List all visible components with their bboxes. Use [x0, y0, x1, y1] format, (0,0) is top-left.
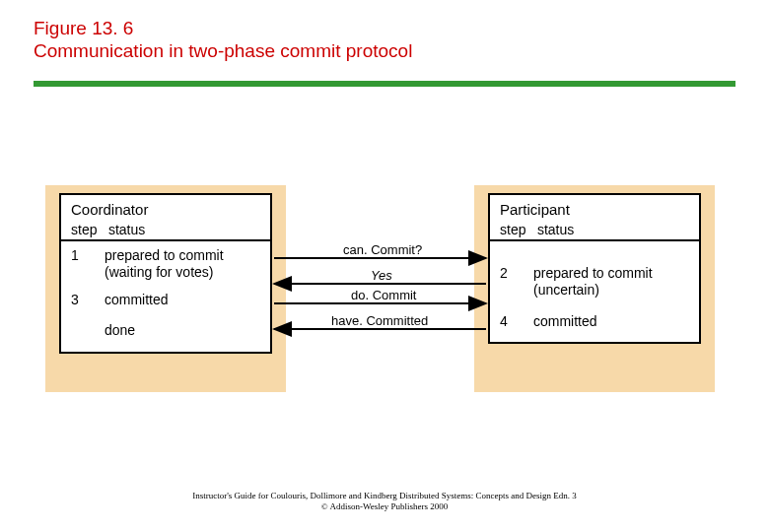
- coordinator-card: Coordinator step status 1 prepared to co…: [59, 193, 272, 354]
- slide-footer: Instructor's Guide for Coulouris, Dollim…: [0, 491, 769, 512]
- col-status: status: [537, 222, 574, 237]
- col-status: status: [108, 222, 145, 237]
- step-cell: 2: [500, 265, 533, 299]
- status-cell: committed: [533, 313, 689, 331]
- participant-card: Participant step status 2 prepared to co…: [488, 193, 701, 345]
- coordinator-title: Coordinator: [71, 201, 260, 218]
- figure-title: Communication in two-phase commit protoc…: [34, 40, 735, 63]
- step-cell: 3: [71, 292, 105, 309]
- msg-yes: Yes: [371, 268, 392, 283]
- status-cell: prepared to commit (uncertain): [533, 265, 689, 299]
- table-row: 4 committed: [500, 313, 689, 331]
- divider-bar: [34, 81, 735, 87]
- table-row: 2 prepared to commit (uncertain): [500, 265, 689, 299]
- col-step: step: [71, 222, 105, 237]
- status-cell: committed: [105, 292, 260, 309]
- figure-header: Figure 13. 6 Communication in two-phase …: [0, 0, 769, 75]
- footer-line1: Instructor's Guide for Coulouris, Dollim…: [0, 491, 769, 501]
- table-row: 3 committed: [71, 292, 260, 309]
- participant-title: Participant: [500, 201, 689, 218]
- table-row: done: [71, 322, 260, 340]
- status-cell: done: [105, 322, 260, 340]
- step-cell: [71, 322, 105, 340]
- participant-container: Participant step status 2 prepared to co…: [474, 185, 715, 392]
- figure-number: Figure 13. 6: [34, 18, 735, 40]
- msg-do-commit: do. Commit: [351, 288, 416, 302]
- footer-line2: © Addison-Wesley Publishers 2000: [0, 501, 769, 512]
- msg-have-committed: have. Committed: [331, 313, 428, 328]
- spacer: [500, 247, 689, 265]
- header-divider: [490, 239, 699, 241]
- table-header: step status: [71, 222, 260, 237]
- table-header: step status: [500, 222, 689, 237]
- step-cell: 4: [500, 313, 533, 331]
- msg-can-commit: can. Commit?: [343, 242, 422, 257]
- coordinator-container: Coordinator step status 1 prepared to co…: [45, 185, 286, 392]
- table-row: 1 prepared to commit (waiting for votes): [71, 247, 260, 282]
- header-divider: [61, 239, 270, 241]
- col-step: step: [500, 222, 533, 237]
- diagram: Coordinator step status 1 prepared to co…: [0, 185, 769, 481]
- status-cell: prepared to commit (waiting for votes): [105, 247, 260, 282]
- step-cell: 1: [71, 247, 105, 282]
